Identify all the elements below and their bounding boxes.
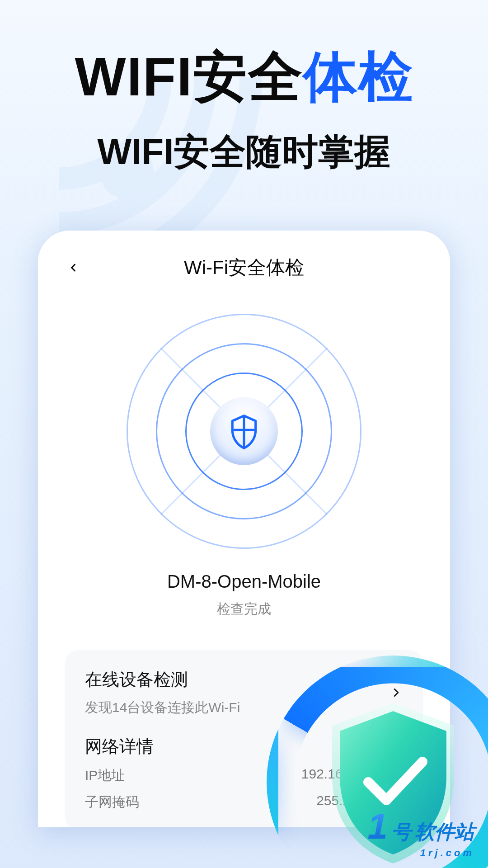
device-detect-title: 在线设备检测 xyxy=(85,668,240,691)
radar-scan xyxy=(127,314,361,549)
hero-title-accent: 体检 xyxy=(303,46,413,107)
phone-page-title: Wi-Fi安全体检 xyxy=(184,255,304,280)
hero-title: WIFI安全体检 xyxy=(0,41,488,114)
chevron-left-icon xyxy=(67,261,80,274)
network-name: DM-8-Open-Mobile xyxy=(65,571,423,592)
watermark-num: 1 xyxy=(368,806,388,847)
radar-center xyxy=(210,397,278,465)
shield-icon xyxy=(228,413,260,449)
watermark-suffix: 号 xyxy=(391,819,411,845)
hero-section: WIFI安全体检 WIFI安全随时掌握 xyxy=(0,0,488,177)
detail-label: IP地址 xyxy=(85,766,125,785)
watermark-label: 软件站 xyxy=(415,819,474,845)
phone-header: Wi-Fi安全体检 xyxy=(65,253,423,282)
watermark: 1 号 软件站 1rj.com xyxy=(368,806,475,859)
watermark-domain: 1rj.com xyxy=(368,847,475,859)
hero-subtitle: WIFI安全随时掌握 xyxy=(0,128,488,177)
hero-title-part1: WIFI安全 xyxy=(75,46,303,107)
detail-label: 子网掩码 xyxy=(85,793,139,811)
check-status: 检查完成 xyxy=(65,600,423,618)
back-button[interactable] xyxy=(65,259,81,276)
device-detect-sub: 发现14台设备连接此Wi-Fi xyxy=(85,698,240,717)
